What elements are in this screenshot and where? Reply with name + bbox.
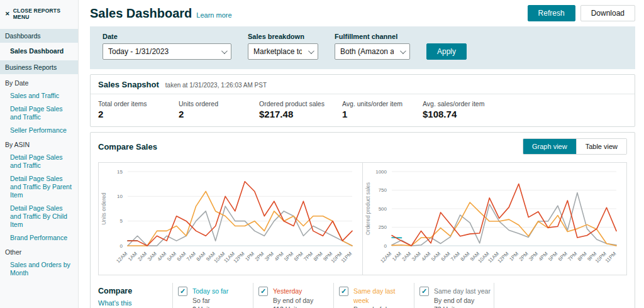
close-reports-menu-button[interactable]: ✕ CLOSE REPORTS MENU [0, 0, 78, 26]
chevron-down-icon [308, 48, 314, 54]
legend-checkbox-yesterday[interactable]: ✓ [258, 287, 268, 296]
legend-checkbox-same-day-last-week[interactable]: ✓ [339, 287, 348, 296]
x-tick-label: 1AM [127, 251, 138, 262]
metric-label: Total order items [98, 100, 179, 107]
compare-sales-title: Compare Sales [98, 142, 157, 151]
x-tick-label: 11PM [340, 251, 353, 264]
legend-item-same-day-last-week: ✓Same day last weekBy end of day100 Unit… [333, 283, 414, 308]
metric-label: Units ordered [179, 100, 259, 107]
ordered-product-sales-chart-panel: 0250500750100012AM1AM2AM3AM4AM5AM6AM7AM8… [362, 162, 627, 275]
sidebar-section-dashboards: Dashboards [0, 29, 78, 43]
date-filter-value: Today - 1/31/2023 [108, 47, 215, 56]
close-icon: ✕ [5, 11, 10, 17]
x-tick-label: 6PM [557, 251, 569, 262]
x-tick-label: 1PM [244, 251, 255, 262]
x-tick-label: 5AM [166, 251, 177, 262]
metric-label: Avg. units/order item [342, 100, 423, 107]
metric-value: 1 [342, 109, 423, 119]
legend-units: 113 Units [273, 305, 313, 308]
sidebar-item-detail-page-sales-and-traffic-by-parent-item[interactable]: Detail Page Sales and Traffic By Parent … [0, 171, 78, 201]
metric-units-ordered: Units ordered2 [179, 100, 259, 119]
metric-value: 2 [98, 109, 179, 119]
legend-units: 73 Units [434, 305, 491, 308]
legend-text: Today so farSo far2 Units$217.48 [192, 287, 228, 308]
sidebar-section-by-date: By Date [0, 74, 78, 88]
sidebar-item-seller-performance[interactable]: Seller Performance [0, 123, 78, 136]
units-ordered-chart-panel: 05101512AM1AM2AM3AM4AM5AM6AM7AM8AM9AM10A… [98, 162, 363, 275]
channel-filter-select[interactable]: Both (Amazon and seller) [335, 43, 410, 60]
legend-label: Same day last week [353, 287, 411, 305]
x-tick-label: 8PM [577, 251, 588, 262]
legend-item-yesterday: ✓YesterdayBy end of day113 Units$7,152.3… [253, 283, 333, 308]
sidebar-item-detail-page-sales-and-traffic[interactable]: Detail Page Sales and Traffic [0, 101, 78, 123]
learn-more-link[interactable]: Learn more [196, 11, 231, 19]
legend-text: YesterdayBy end of day113 Units$7,152.38 [273, 287, 313, 308]
apply-button[interactable]: Apply [426, 43, 467, 60]
units-ordered-chart-svg: 05101512AM1AM2AM3AM4AM5AM6AM7AM8AM9AM10A… [99, 163, 361, 273]
sidebar-item-sales-dashboard[interactable]: Sales Dashboard [0, 43, 78, 58]
x-tick-label: 5PM [283, 251, 294, 262]
sidebar-item-brand-performance[interactable]: Brand Performance [0, 230, 78, 243]
date-filter-label: Date [103, 33, 231, 40]
y-tick-label: 15 [117, 169, 123, 175]
x-tick-label: 6AM [440, 251, 452, 262]
x-tick-label: 6AM [176, 251, 187, 262]
x-tick-label: 1PM [508, 251, 519, 262]
metric-label: Avg. sales/order item [423, 100, 503, 107]
close-reports-menu-label: CLOSE REPORTS MENU [13, 8, 73, 20]
x-tick-label: 3AM [147, 251, 158, 262]
graph-view-button[interactable]: Graph view [523, 139, 576, 154]
x-tick-label: 7PM [567, 251, 578, 262]
legend-checkbox-same-day-last-year[interactable]: ✓ [419, 287, 429, 296]
snapshot-timestamp: taken at 1/31/2023, 1:26:03 AM PST [165, 82, 267, 89]
metric-value: $217.48 [259, 109, 342, 119]
legend-label: Same day last year [434, 287, 491, 296]
metric-label: Ordered product sales [259, 100, 342, 107]
chevron-down-icon [221, 48, 228, 54]
sales-snapshot-card: Sales Snapshot taken at 1/31/2023, 1:26:… [90, 74, 635, 127]
x-tick-label: 4PM [274, 251, 285, 262]
y-axis-label: Units ordered [101, 192, 107, 224]
y-tick-label: 500 [379, 206, 387, 212]
legend-checkbox-today-so-far[interactable]: ✓ [178, 287, 187, 296]
y-tick-label: 0 [120, 243, 123, 249]
x-tick-label: 6PM [293, 251, 304, 262]
breakdown-filter-value: Marketplace total [253, 47, 302, 56]
legend-items: ✓Today so farSo far2 Units$217.48✓Yester… [172, 283, 494, 308]
date-filter-select[interactable]: Today - 1/31/2023 [103, 43, 231, 60]
x-tick-label: 2PM [518, 251, 530, 262]
x-tick-label: 12PM [233, 251, 246, 264]
legend-item-today-so-far: ✓Today so farSo far2 Units$217.48 [172, 283, 253, 308]
series-yesterday [392, 184, 616, 246]
x-tick-label: 8AM [460, 251, 471, 262]
y-tick-label: 5 [120, 218, 123, 224]
legend-label: Yesterday [273, 287, 313, 296]
breakdown-filter-select[interactable]: Marketplace total [248, 43, 318, 60]
filter-bar: Date Today - 1/31/2023 Sales breakdown M… [90, 26, 635, 69]
sidebar-item-sales-and-orders-by-month[interactable]: Sales and Orders by Month [0, 257, 78, 278]
metric-avg-sales-order-item: Avg. sales/order item$108.74 [423, 100, 503, 119]
breakdown-filter-label: Sales breakdown [248, 33, 318, 40]
metric-avg-units-order-item: Avg. units/order item1 [342, 100, 423, 119]
app-root: ✕ CLOSE REPORTS MENU DashboardsSales Das… [0, 0, 644, 308]
download-button[interactable]: Download [580, 5, 635, 21]
y-axis-label: Ordered product sales [365, 182, 371, 235]
x-tick-label: 3PM [264, 251, 275, 262]
legend-text: Same day last weekBy end of day100 Units… [353, 287, 411, 308]
x-tick-label: 8PM [313, 251, 324, 262]
legend-sub: By end of day [273, 296, 313, 305]
sidebar-section-business-reports: Business Reports [0, 60, 78, 74]
legend-text: Same day last yearBy end of day73 Units$… [434, 287, 491, 308]
whats-this-link[interactable]: What's this [98, 299, 172, 307]
sidebar-item-detail-page-sales-and-traffic-by-child-item[interactable]: Detail Page Sales and Traffic By Child I… [0, 201, 78, 230]
x-tick-label: 2AM [401, 251, 412, 262]
table-view-button[interactable]: Table view [576, 139, 626, 154]
compare-legend-title: Compare [98, 287, 172, 295]
refresh-button[interactable]: Refresh [528, 5, 575, 21]
legend-sub: By end of day [353, 305, 411, 308]
x-tick-label: 7PM [303, 251, 314, 262]
charts-row: 05101512AM1AM2AM3AM4AM5AM6AM7AM8AM9AM10A… [98, 162, 627, 275]
sidebar-item-sales-and-traffic[interactable]: Sales and Traffic [0, 88, 78, 101]
x-tick-label: 1AM [391, 251, 402, 262]
sidebar-item-detail-page-sales-and-traffic[interactable]: Detail Page Sales and Traffic [0, 150, 78, 171]
